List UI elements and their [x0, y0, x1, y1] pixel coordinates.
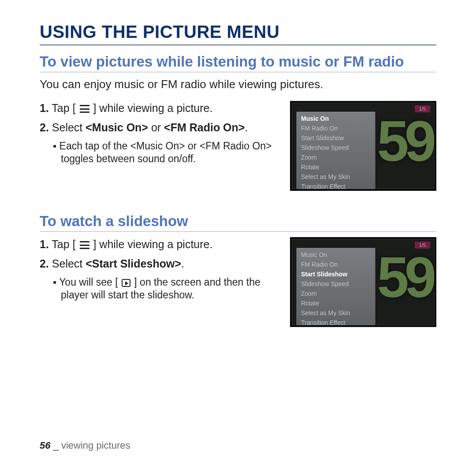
menu-item: Select as My Skin	[297, 308, 375, 318]
step-text: Tap [	[49, 238, 79, 250]
option-start-slideshow: <Start Slideshow>	[86, 257, 181, 270]
menu-item: FM Radio On	[297, 260, 375, 269]
menu-item: Select as My Skin	[297, 172, 375, 182]
menu-item: Slideshow Speed	[297, 143, 375, 152]
step-number: 1.	[40, 238, 49, 250]
background-number: 59	[377, 112, 432, 170]
section-music-fm: 1. Tap [ ] while viewing a picture. 2. S…	[40, 101, 436, 191]
step-text: Select	[49, 257, 86, 270]
step-number: 1.	[40, 102, 49, 114]
step-2: 2. Select <Music On> or <FM Radio On>.	[40, 120, 279, 135]
menu-item: Start Slideshow	[297, 269, 375, 279]
note-text: You will see [	[59, 276, 121, 288]
menu-icon	[80, 105, 89, 113]
step-text: Select	[49, 121, 86, 134]
option-fm-radio-on: <FM Radio On>	[164, 121, 245, 134]
steps-column: 1. Tap [ ] while viewing a picture. 2. S…	[40, 237, 279, 327]
section-heading-music-fm: To view pictures while listening to musi…	[40, 53, 436, 72]
device-preview: 59 1/5 Music OnFM Radio OnStart Slidesho…	[290, 101, 436, 191]
section-heading-slideshow: To watch a slideshow	[40, 213, 436, 232]
page-footer: 56 _ viewing pictures	[40, 440, 130, 451]
device-preview: 59 1/5 Music OnFM Radio OnStart Slidesho…	[290, 237, 436, 327]
steps-column: 1. Tap [ ] while viewing a picture. 2. S…	[40, 101, 279, 191]
footer-separator: _	[50, 440, 61, 451]
step-1: 1. Tap [ ] while viewing a picture.	[40, 237, 279, 252]
counter-badge: 1/5	[415, 242, 430, 249]
menu-item: Start Slideshow	[297, 133, 375, 143]
step-text: ] while viewing a picture.	[90, 102, 213, 114]
picture-menu-popup: Music OnFM Radio OnStart SlideshowSlides…	[296, 112, 376, 191]
intro-text: You can enjoy music or FM radio while vi…	[40, 78, 436, 91]
step-2: 2. Select <Start Slideshow>.	[40, 257, 279, 271]
step-note: You will see [ ] on the screen and then …	[40, 276, 279, 302]
menu-item: FM Radio On	[297, 123, 375, 133]
step-number: 2.	[40, 121, 49, 134]
option-music-on: <Music On>	[86, 121, 148, 134]
device-screen: 59 1/5 Music OnFM Radio OnStart Slidesho…	[290, 101, 436, 191]
counter-badge: 1/5	[415, 105, 430, 112]
menu-item: Music On	[297, 114, 375, 123]
menu-item: Slideshow Speed	[297, 279, 375, 289]
section-slideshow: 1. Tap [ ] while viewing a picture. 2. S…	[40, 237, 436, 327]
step-text: or	[148, 121, 164, 134]
step-text: .	[245, 121, 248, 134]
step-text: Tap [	[49, 102, 79, 114]
background-number: 59	[377, 249, 432, 306]
menu-icon	[80, 241, 89, 249]
menu-item: Rotate	[297, 298, 375, 308]
device-screen: 59 1/5 Music OnFM Radio OnStart Slidesho…	[290, 237, 436, 327]
page-number: 56	[40, 440, 50, 451]
picture-menu-popup: Music OnFM Radio OnStart SlideshowSlides…	[296, 248, 376, 327]
chapter-label: viewing pictures	[61, 440, 130, 451]
menu-item: Zoom	[297, 289, 375, 298]
menu-item: Transition Effect	[297, 318, 375, 327]
slideshow-play-icon	[122, 279, 130, 287]
step-text: ] while viewing a picture.	[90, 238, 213, 250]
step-note: Each tap of the <Music On> or <FM Radio …	[40, 140, 279, 166]
menu-item: Rotate	[297, 162, 375, 172]
menu-item: Music On	[297, 250, 375, 260]
menu-item: Zoom	[297, 152, 375, 162]
step-number: 2.	[40, 257, 49, 270]
menu-item: Transition Effect	[297, 182, 375, 191]
step-text: .	[181, 257, 184, 270]
step-1: 1. Tap [ ] while viewing a picture.	[40, 101, 279, 116]
page-title: USING THE PICTURE MENU	[40, 22, 436, 45]
